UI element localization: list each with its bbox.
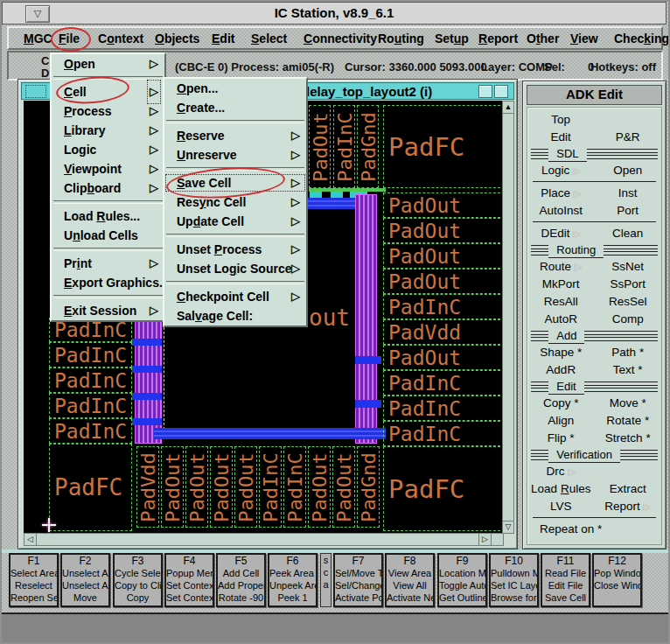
adk-flip-button[interactable]: Flip * bbox=[527, 430, 595, 447]
menu-checking[interactable]: Checking bbox=[614, 32, 669, 46]
adk-align-button[interactable]: Align bbox=[527, 412, 595, 430]
file-menu-open[interactable]: Open▷ bbox=[52, 54, 164, 74]
layout-minimize-button[interactable] bbox=[478, 85, 492, 98]
layout-maximize-button[interactable] bbox=[494, 85, 508, 98]
adk-mkport-button[interactable]: MkPort bbox=[527, 276, 595, 293]
adk-autoinst-button[interactable]: AutoInst bbox=[527, 202, 595, 220]
adk-top-button[interactable]: Top bbox=[527, 111, 595, 129]
adk-resall-button[interactable]: ResAll bbox=[527, 293, 595, 311]
cell-menu-unset-process[interactable]: Unset Process▷ bbox=[164, 240, 306, 259]
file-menu-clipboard[interactable]: Clipboard▷ bbox=[52, 178, 164, 198]
adk-ressel-button[interactable]: ResSel bbox=[595, 293, 662, 311]
cell-menu-resync-cell[interactable]: Resync Cell▷ bbox=[164, 192, 306, 212]
file-menu-logic[interactable]: Logic▷ bbox=[52, 140, 164, 159]
file-menu-cell[interactable]: Cell▷ bbox=[52, 82, 164, 102]
file-menu-library[interactable]: Library▷ bbox=[52, 121, 164, 140]
adk-rotate-button[interactable]: Rotate * bbox=[595, 412, 662, 430]
cell-menu-save-cell[interactable]: Save Cell▷ bbox=[164, 173, 306, 192]
menu-routing[interactable]: Routing bbox=[378, 32, 424, 46]
fkey-f7[interactable]: F7Sel/Move TextSel/Change TextActivate P… bbox=[333, 553, 383, 607]
adk-port-button[interactable]: Port bbox=[595, 202, 662, 220]
menu-edit[interactable]: Edit bbox=[212, 32, 234, 46]
adk-text-button[interactable]: Text * bbox=[595, 361, 662, 379]
fkey-f9[interactable]: F9Location ModeToggle AutonotchGet Outli… bbox=[437, 553, 487, 607]
adk-dedit-button[interactable]: DEdit▷ bbox=[527, 225, 595, 242]
adk-move-button[interactable]: Move * bbox=[595, 395, 662, 412]
fkey-f12[interactable]: F12Pop WindowClose Window bbox=[592, 553, 642, 607]
adk-report-button[interactable]: Report▷ bbox=[595, 498, 662, 515]
adk-shape-button[interactable]: Shape * bbox=[527, 344, 595, 361]
scroll-up-icon[interactable]: ▲ bbox=[502, 101, 514, 114]
cascade-icon: ▷ bbox=[569, 466, 576, 477]
adk-pr-button[interactable]: P&R bbox=[595, 129, 662, 146]
fkey-f1[interactable]: F1Select AreaReselectReopen Selection bbox=[9, 553, 59, 607]
adk-inst-button[interactable]: Inst bbox=[595, 185, 662, 202]
menu-connectivity[interactable]: Connectivity bbox=[304, 32, 377, 46]
scroll-right-icon[interactable]: ▷ bbox=[478, 533, 492, 546]
file-menu-process[interactable]: Process▷ bbox=[52, 102, 164, 121]
cascade-icon: ▷ bbox=[291, 287, 300, 306]
layout-window-menu-button[interactable] bbox=[25, 85, 46, 98]
menu-select[interactable]: Select bbox=[251, 32, 287, 46]
fkey-f3[interactable]: F3Cycle SelectedCopy to Clip/PasteCopy bbox=[113, 553, 163, 607]
adk-lvs-button[interactable]: LVS bbox=[527, 498, 595, 515]
menu-context[interactable]: Context bbox=[98, 32, 143, 46]
adk-stretch-button[interactable]: Stretch * bbox=[595, 430, 662, 447]
scroll-left-icon[interactable]: ◁ bbox=[24, 533, 37, 546]
file-menu-unload-cells[interactable]: Unload Cells bbox=[52, 226, 164, 245]
adk-repeat-toggle[interactable]: Repeat on * bbox=[527, 521, 661, 538]
menu-file[interactable]: File bbox=[59, 32, 80, 46]
fkey-f11[interactable]: F11Read FileEdit FileSave Cell bbox=[541, 553, 590, 607]
cell-menu-update-cell[interactable]: Update Cell▷ bbox=[164, 212, 306, 231]
adk-autor-button[interactable]: AutoR bbox=[527, 311, 595, 328]
adk-drc-button[interactable]: Drc▷ bbox=[527, 463, 595, 480]
cell-menu-unset-logic-source[interactable]: Unset Logic Source▷ bbox=[164, 259, 306, 278]
adk-path-button[interactable]: Path * bbox=[595, 344, 662, 361]
file-menu-print[interactable]: Print▷ bbox=[52, 254, 164, 273]
file-menu-viewpoint[interactable]: Viewpoint▷ bbox=[52, 159, 164, 178]
fkey-f10[interactable]: F10Pulldown MenusSet IC LayerBrowse for … bbox=[489, 553, 539, 607]
cascade-icon: ▷ bbox=[291, 145, 300, 164]
adk-ssnet-button[interactable]: SsNet bbox=[595, 258, 662, 276]
pad-cell: PadOut bbox=[383, 218, 504, 243]
adk-route-button[interactable]: Route▷ bbox=[527, 258, 595, 276]
adk-comp-button[interactable]: Comp bbox=[595, 311, 662, 328]
adk-clean-button[interactable]: Clean bbox=[595, 225, 662, 242]
menu-report[interactable]: Report bbox=[478, 32, 518, 46]
adk-logic-button[interactable]: Logic▷ bbox=[527, 162, 595, 179]
pad-cell: PadOut bbox=[161, 446, 184, 528]
menu-setup[interactable]: Setup bbox=[435, 32, 469, 46]
adk-open-button[interactable]: Open bbox=[595, 162, 662, 179]
cell-menu-reserve[interactable]: Reserve▷ bbox=[164, 126, 306, 145]
adk-place-button[interactable]: Place▷ bbox=[527, 185, 595, 202]
file-menu-load-rules[interactable]: Load Rules... bbox=[52, 206, 164, 226]
pad-cell: PadOut bbox=[210, 446, 233, 528]
scroll-down-icon[interactable]: ▽ bbox=[502, 521, 514, 534]
fkey-f8[interactable]: F8View AreaView AllActivate Net bbox=[385, 553, 435, 607]
adk-load-rules-button[interactable]: Load Rules bbox=[527, 480, 595, 498]
vertical-scrollbar[interactable]: ▲ ▽ bbox=[502, 101, 514, 534]
fkey-f6[interactable]: F6Peek Area 1Unpeek Area 1Peek 1 bbox=[268, 553, 318, 607]
file-menu-export-graphics[interactable]: Export Graphics... bbox=[52, 273, 164, 292]
menu-mgc[interactable]: MGC bbox=[24, 32, 52, 46]
fkey-f2[interactable]: F2Unselect AllUnselect AreaMove bbox=[60, 553, 110, 607]
adk-edit-button[interactable]: Edit bbox=[527, 129, 595, 146]
cell-menu-checkpoint-cell[interactable]: Checkpoint Cell▷ bbox=[164, 287, 306, 306]
adk-addr-button[interactable]: AddR bbox=[527, 361, 595, 379]
cell-menu-create[interactable]: Create... bbox=[164, 98, 306, 117]
menu-objects[interactable]: Objects bbox=[155, 32, 199, 46]
pad-cell: PadInC bbox=[383, 294, 504, 319]
cell-menu-unreserve[interactable]: Unreserve▷ bbox=[164, 145, 306, 164]
horizontal-scrollbar[interactable]: ◁ ▷ bbox=[24, 533, 504, 546]
adk-ssport-button[interactable]: SsPort bbox=[595, 276, 662, 293]
adk-copy-button[interactable]: Copy * bbox=[527, 395, 595, 412]
adk-extract-button[interactable]: Extract bbox=[595, 480, 662, 498]
fkey-f5[interactable]: F5Add CellAdd Property TextRotate -90 bbox=[216, 553, 266, 607]
cell-menu-open[interactable]: Open... bbox=[164, 79, 306, 98]
fkey-f4[interactable]: F4Popup MenuSet Context DnSet Context Up bbox=[164, 553, 214, 607]
menu-view[interactable]: View bbox=[570, 32, 598, 46]
file-menu-exit-session[interactable]: Exit Session▷ bbox=[52, 301, 164, 320]
cell-menu-salvage-cell[interactable]: Salvage Cell: bbox=[164, 306, 306, 326]
menu-other[interactable]: Other bbox=[527, 32, 559, 46]
pad-cell: PadOut bbox=[383, 345, 504, 370]
